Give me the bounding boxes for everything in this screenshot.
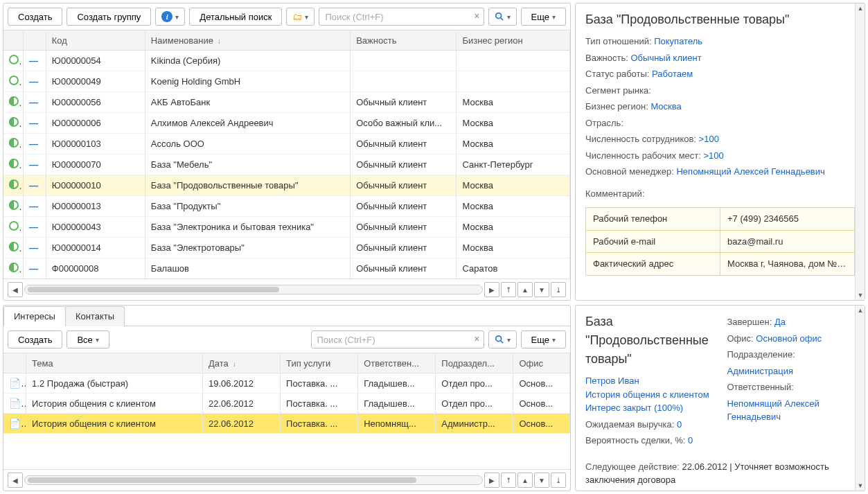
emp-count-value[interactable]: >100: [699, 134, 719, 144]
scroll-up-button[interactable]: ▲: [856, 3, 865, 13]
minus-icon: —: [29, 242, 38, 253]
status-cell: [3, 71, 24, 92]
search-input[interactable]: [319, 8, 484, 26]
table-header-row: Тема Дата↓ Тип услуги Ответствен... Подр…: [3, 353, 570, 373]
col-dept[interactable]: Подраздел...: [436, 353, 513, 373]
table-row[interactable]: —Ю00000014База "Электротовары"Обычный кл…: [3, 238, 570, 258]
scroll-down-button[interactable]: ▼: [856, 481, 865, 491]
scroll-down-button[interactable]: ▼: [856, 290, 865, 300]
col-service[interactable]: Тип услуги: [281, 353, 358, 373]
table-row[interactable]: —Ю00000049Koenig Holding GmbH: [3, 71, 570, 92]
scroll-track[interactable]: [856, 13, 865, 290]
table-row[interactable]: —Ю00000006Алхимов Алексей АндреевичОсобо…: [3, 113, 570, 134]
status-cell: [3, 258, 24, 279]
tab-contacts[interactable]: Контакты: [65, 306, 125, 326]
more-button[interactable]: Еще▾: [521, 8, 566, 26]
minus-icon: —: [29, 201, 38, 211]
col-icon[interactable]: [3, 353, 26, 373]
sub-search-input[interactable]: [311, 330, 484, 349]
closed-link[interactable]: Интерес закрыт (100%): [585, 403, 683, 413]
tab-interests[interactable]: Интересы: [3, 306, 66, 326]
nav-first-button[interactable]: ⤒: [501, 473, 516, 488]
revenue-value[interactable]: 0: [677, 419, 682, 430]
chevron-down-icon: ▾: [507, 13, 511, 21]
report-button[interactable]: 🗂▾: [286, 8, 315, 26]
prob-value[interactable]: 0: [688, 435, 693, 446]
code-cell: Ю00000014: [46, 238, 145, 258]
table-row[interactable]: 📄История общения с клиентом22.06.2012Пос…: [3, 414, 570, 434]
scroll-up-button[interactable]: ▲: [856, 306, 865, 315]
person-link[interactable]: Петров Иван: [585, 376, 639, 386]
svg-line-3: [500, 341, 503, 344]
rel-value[interactable]: Покупатель: [654, 36, 702, 46]
nav-down-button[interactable]: ▼: [534, 282, 549, 297]
name-cell: Kikinda (Сербия): [145, 51, 350, 71]
create-group-button[interactable]: Создать группу: [67, 8, 151, 26]
clear-icon[interactable]: ×: [474, 333, 479, 344]
col-code[interactable]: Код: [46, 30, 145, 51]
col-flag[interactable]: [24, 30, 46, 51]
minus-icon: —: [29, 118, 38, 128]
next-label: Следующее действие:: [585, 461, 680, 472]
main-toolbar: Создать Создать группу i▾ Детальный поис…: [3, 3, 570, 30]
manager-value[interactable]: Непомнящий Алексей Геннадьевич: [676, 166, 824, 177]
scroll-right-button[interactable]: ▶: [484, 473, 499, 488]
main-list-panel: Создать Создать группу i▾ Детальный поис…: [3, 3, 571, 301]
sub-more-button[interactable]: Еще▾: [521, 330, 566, 349]
table-row[interactable]: —Ю00000070База "Мебель"Обычный клиентСан…: [3, 155, 570, 175]
nav-down-button[interactable]: ▼: [534, 473, 549, 488]
nav-up-button[interactable]: ▲: [517, 473, 533, 488]
region-value[interactable]: Москва: [650, 101, 681, 112]
col-topic[interactable]: Тема: [26, 353, 203, 373]
icon-cell: 📄: [3, 373, 26, 394]
dept-value[interactable]: Администрация: [727, 366, 794, 376]
table-row[interactable]: —Ю00000010База "Продовольственные товары…: [3, 175, 570, 196]
table-row[interactable]: 📄История общения с клиентом22.06.2012Пос…: [3, 394, 570, 414]
detail-vscroll: ▲ ▼: [855, 3, 865, 300]
scroll-right-button[interactable]: ▶: [484, 282, 499, 297]
table-row[interactable]: —Ю00000043База "Электроника и бытовая те…: [3, 217, 570, 238]
status-value[interactable]: Работаем: [652, 69, 693, 79]
h-scrollbar[interactable]: [24, 475, 483, 485]
search-button[interactable]: ▾: [488, 8, 517, 26]
clear-icon[interactable]: ×: [474, 10, 479, 21]
nav-up-button[interactable]: ▲: [517, 282, 533, 297]
imp-value[interactable]: Обычный клиент: [630, 53, 701, 63]
flag-cell: —: [24, 196, 46, 217]
nav-last-button[interactable]: ⤓: [551, 282, 566, 297]
scroll-left-button[interactable]: ◀: [8, 473, 23, 488]
scroll-track[interactable]: [856, 315, 865, 481]
table-row[interactable]: —Ю00000013База "Продукты"Обычный клиентМ…: [3, 196, 570, 217]
col-responsible[interactable]: Ответствен...: [358, 353, 436, 373]
scroll-left-button[interactable]: ◀: [8, 282, 23, 297]
table-row[interactable]: 📄1.2 Продажа (быстрая)19.06.2012Поставка…: [3, 373, 570, 394]
col-status[interactable]: [3, 30, 24, 51]
svg-line-1: [500, 18, 503, 21]
office-value[interactable]: Основной офис: [756, 333, 822, 344]
history-link[interactable]: История общения с клиентом: [585, 389, 709, 400]
h-scrollbar[interactable]: [24, 285, 483, 294]
table-row[interactable]: —Ю00000056АКБ АвтоБанкОбычный клиентМоск…: [3, 92, 570, 113]
resp-value[interactable]: Непомнящий Алексей Геннадьевич: [727, 398, 820, 423]
nav-last-button[interactable]: ⤓: [551, 473, 566, 488]
create-button[interactable]: Создать: [8, 8, 62, 26]
table-row[interactable]: —Ю00000103Ассоль ООООбычный клиентМосква: [3, 134, 570, 155]
nav-first-button[interactable]: ⤒: [501, 282, 516, 297]
table-row[interactable]: —Ю00000054Kikinda (Сербия): [3, 51, 570, 71]
wp-count-value[interactable]: >100: [704, 150, 724, 161]
importance-cell: Обычный клиент: [351, 238, 457, 258]
filter-all-button[interactable]: Все▾: [67, 330, 109, 349]
table-row[interactable]: —Ф00000008БалашовОбычный клиентСаратов: [3, 258, 570, 279]
status-icon: [9, 117, 19, 127]
sub-create-button[interactable]: Создать: [8, 330, 62, 349]
col-office[interactable]: Офис: [513, 353, 570, 373]
service-cell: Поставка. ...: [281, 414, 358, 434]
done-value[interactable]: Да: [774, 317, 786, 327]
col-importance[interactable]: Важность: [351, 30, 457, 51]
col-region[interactable]: Бизнес регион: [457, 30, 570, 51]
sub-search-button[interactable]: ▾: [488, 330, 517, 349]
info-button[interactable]: i▾: [155, 8, 185, 26]
col-date[interactable]: Дата↓: [202, 353, 280, 373]
detail-search-button[interactable]: Детальный поиск: [189, 8, 282, 26]
col-name[interactable]: Наименование↓: [145, 30, 350, 51]
